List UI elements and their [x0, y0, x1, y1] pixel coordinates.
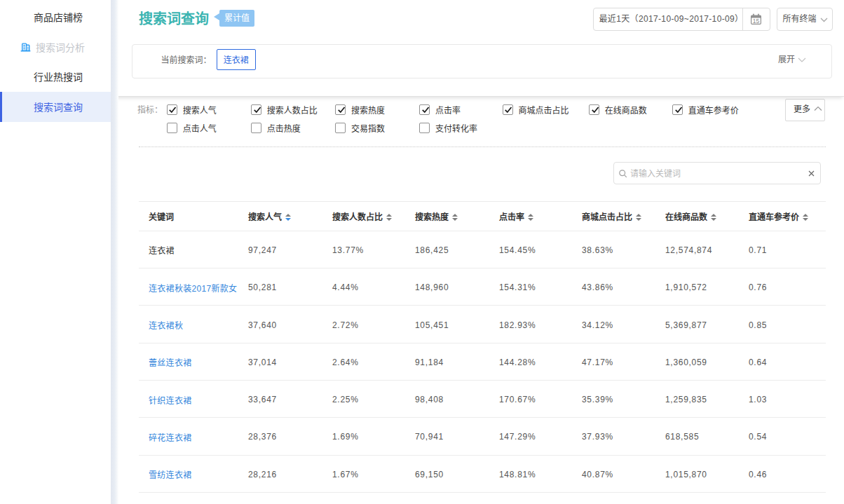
svg-text:15: 15: [752, 17, 759, 24]
